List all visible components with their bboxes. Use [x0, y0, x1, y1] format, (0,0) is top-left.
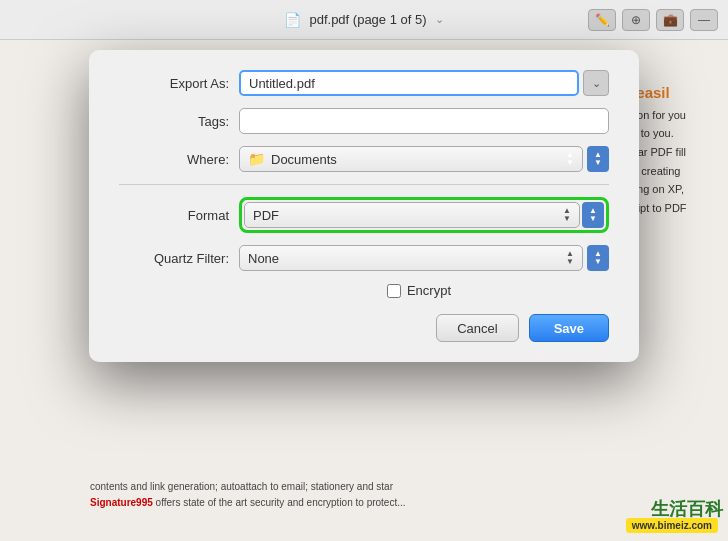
- quartz-filter-select[interactable]: None ▲ ▼: [239, 245, 583, 271]
- add-button[interactable]: ⊕: [622, 9, 650, 31]
- save-button[interactable]: Save: [529, 314, 609, 342]
- edit-button[interactable]: ✏️: [588, 9, 616, 31]
- save-dialog: Export As: ⌄ Tags: Where: 📁 Documents ▲ …: [89, 50, 639, 362]
- format-select[interactable]: PDF ▲ ▼: [244, 202, 580, 228]
- where-dropdown[interactable]: 📁 Documents ▲ ▼: [239, 146, 583, 172]
- where-value: Documents: [271, 152, 337, 167]
- tags-input[interactable]: [239, 108, 609, 134]
- tags-label: Tags:: [119, 114, 229, 129]
- titlebar-title: pdf.pdf (page 1 of 5): [309, 12, 426, 27]
- tags-row: Tags:: [119, 108, 609, 134]
- encrypt-row: Encrypt: [229, 283, 609, 298]
- where-row: Where: 📁 Documents ▲ ▼ ▲ ▼: [119, 146, 609, 172]
- format-row: Format PDF ▲ ▼ ▲ ▼: [119, 197, 609, 233]
- button-row: Cancel Save: [119, 314, 609, 342]
- folder-icon: 📁: [248, 151, 265, 167]
- format-stepper[interactable]: ▲ ▼: [582, 202, 604, 228]
- titlebar-buttons: ✏️ ⊕ 💼 —: [588, 9, 718, 31]
- cn-badge: 生活百科: [651, 497, 723, 521]
- quartz-filter-row: Quartz Filter: None ▲ ▼ ▲ ▼: [119, 245, 609, 271]
- briefcase-button[interactable]: 💼: [656, 9, 684, 31]
- where-label: Where:: [119, 152, 229, 167]
- format-label: Format: [119, 208, 229, 223]
- red-text: Signature995: [90, 497, 153, 508]
- export-as-label: Export As:: [119, 76, 229, 91]
- encrypt-checkbox[interactable]: [387, 284, 401, 298]
- where-stepper[interactable]: ▲ ▼: [587, 146, 609, 172]
- export-as-row: Export As: ⌄: [119, 70, 609, 96]
- bg-text-bottom: contents and link generation; autoattach…: [90, 479, 728, 511]
- cancel-button[interactable]: Cancel: [436, 314, 518, 342]
- format-highlight: PDF ▲ ▼ ▲ ▼: [239, 197, 609, 233]
- quartz-stepper[interactable]: ▲ ▼: [587, 245, 609, 271]
- titlebar: 📄 pdf.pdf (page 1 of 5) ⌄ ✏️ ⊕ 💼 —: [0, 0, 728, 40]
- quartz-filter-label: Quartz Filter:: [119, 251, 229, 266]
- divider: [119, 184, 609, 185]
- export-as-container: ⌄: [239, 70, 609, 96]
- export-as-dropdown-button[interactable]: ⌄: [583, 70, 609, 96]
- encrypt-label: Encrypt: [407, 283, 451, 298]
- pdf-icon: 📄: [284, 12, 301, 28]
- chevron-down-icon[interactable]: ⌄: [435, 13, 444, 26]
- minus-button[interactable]: —: [690, 9, 718, 31]
- export-as-input[interactable]: [239, 70, 579, 96]
